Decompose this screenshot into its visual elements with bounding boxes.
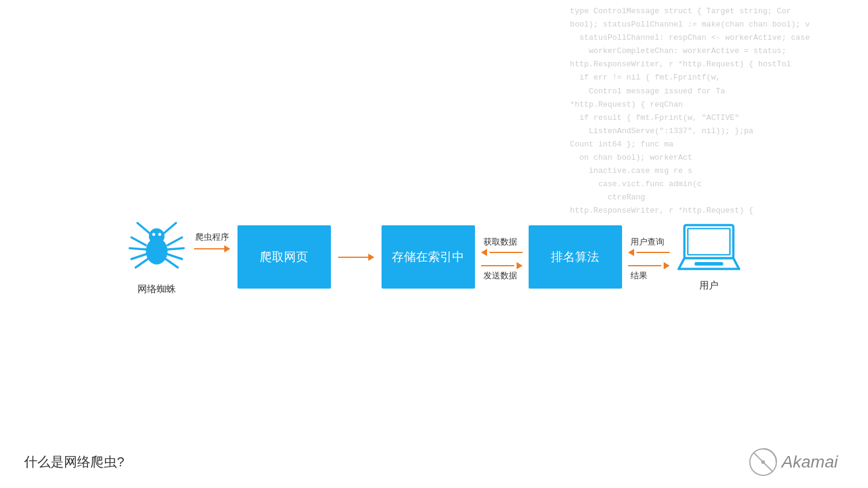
box1-label: 爬取网页 (260, 249, 308, 265)
svg-line-12 (137, 223, 149, 233)
bottom-text: 什么是网络爬虫? (24, 453, 124, 471)
svg-point-2 (152, 233, 155, 236)
box3: 排名算法 (529, 225, 622, 289)
box1-node: 爬取网页 (237, 212, 331, 289)
svg-rect-19 (694, 262, 723, 266)
spider-label: 网络蜘蛛 (137, 283, 176, 296)
send-data-arrowhead (517, 262, 523, 269)
svg-line-8 (168, 237, 182, 245)
box2-label: 存储在索引中 (392, 249, 464, 265)
user-query-arrowline (637, 252, 670, 253)
svg-line-6 (131, 254, 146, 259)
akamai-logo: Akamai (748, 447, 838, 477)
svg-rect-14 (684, 225, 733, 258)
double-arrow-container: 获取数据 发送数据 (481, 220, 523, 281)
spider-icon (127, 218, 187, 278)
get-data-arrow (481, 249, 523, 256)
arrow2-line (338, 257, 368, 258)
svg-line-17 (733, 258, 738, 269)
user-query-arrow (628, 249, 670, 256)
arrow2-container (338, 240, 374, 261)
svg-point-3 (158, 233, 161, 236)
get-data-arrowhead (481, 249, 487, 256)
send-data-arrowline (481, 265, 514, 266)
svg-line-4 (131, 237, 146, 245)
svg-rect-15 (688, 228, 730, 254)
box1: 爬取网页 (237, 225, 331, 289)
box2-node: 存储在索引中 (382, 212, 475, 289)
box3-node: 排名算法 (529, 212, 622, 289)
arrow1-container: 爬虫程序 (194, 232, 230, 252)
user-label: 用户 (699, 280, 719, 292)
svg-line-13 (164, 223, 176, 233)
svg-line-5 (130, 248, 146, 249)
svg-line-16 (678, 258, 684, 269)
laptop-icon (676, 222, 742, 274)
arrow2 (338, 254, 374, 261)
box2: 存储在索引中 (382, 225, 475, 289)
diagram-area: 网络蜘蛛 爬虫程序 爬取网页 存储在索引中 获取数据 (0, 205, 868, 296)
spider-node: 网络蜘蛛 (127, 205, 187, 296)
svg-line-9 (168, 248, 184, 249)
get-data-arrowline (489, 252, 523, 253)
svg-line-11 (166, 259, 178, 267)
get-data-label: 获取数据 (483, 237, 517, 248)
box3-label: 排名算法 (551, 249, 599, 265)
arrow1-line (194, 248, 224, 249)
user-arrow-container: 用户查询 结果 (628, 220, 670, 281)
arrow1 (194, 245, 230, 252)
svg-point-1 (149, 228, 165, 244)
send-data-label: 发送数据 (483, 271, 517, 281)
arrow1-head (224, 245, 230, 252)
user-node: 用户 (676, 209, 742, 292)
user-query-arrowhead (628, 249, 634, 256)
akamai-text: Akamai (782, 452, 838, 472)
svg-line-7 (136, 259, 148, 267)
send-data-arrow (481, 262, 523, 269)
akamai-circle-icon (748, 447, 778, 477)
arrow2-head (368, 254, 374, 261)
result-arrowhead (664, 262, 670, 269)
svg-line-10 (168, 254, 182, 259)
result-arrowline (628, 265, 661, 266)
svg-point-21 (761, 460, 765, 464)
result-label: 结果 (631, 271, 647, 281)
result-arrow (628, 262, 670, 269)
user-query-label: 用户查询 (631, 237, 664, 248)
crawler-label: 爬虫程序 (195, 232, 229, 243)
